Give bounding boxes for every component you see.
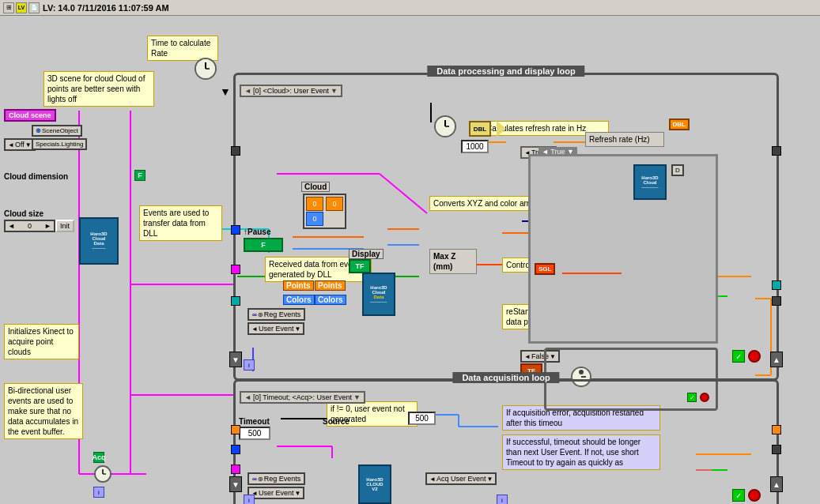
specials-lighting: Specials.Lighting (32, 138, 87, 150)
acq-terminal: Acq (93, 452, 104, 463)
case-struct-dp: ◄ True ▼ Haro3DCloud───── D SGL (528, 154, 718, 344)
cloud-size-label: Cloud size (4, 209, 43, 218)
dbl-indicator: DBL (669, 118, 690, 130)
display-tf[interactable]: TF (349, 259, 371, 273)
title-text: LV: 14.0 7/11/2016 11:07:59 AM (43, 3, 169, 13)
reg-events-da[interactable]: ∞ ⊛ Reg Events (248, 472, 305, 485)
pause-tf-dp[interactable]: F (244, 238, 283, 252)
sgl-ctrl: SGL (535, 263, 555, 275)
loop-tunnel-right-3 (772, 296, 781, 306)
bi-directional-comment: Bi-directional user events are used to m… (4, 383, 83, 439)
haro3d-cloud-vi-case[interactable]: Haro3DCloud───── (633, 164, 667, 200)
initializes-comment: Initializes Kinect to acquire point clou… (4, 324, 79, 359)
points-label: Points (283, 280, 314, 291)
num-500[interactable]: 500 (408, 412, 436, 425)
case-selector-dp[interactable]: ◄ True ▼ (538, 147, 577, 156)
3d-picture-indicator: D (671, 164, 684, 176)
down-arrow: ▼ (220, 85, 231, 98)
loop-tunnel-left-4 (231, 296, 240, 306)
file-icon: 📄 (28, 2, 40, 13)
cloud-scene-comment: 3D scene for cloud Cloud of points are b… (43, 71, 154, 107)
da-tunnel-left-3 (231, 465, 240, 474)
da-tunnel-left-1 (231, 425, 240, 434)
init-btn[interactable]: Init (55, 220, 74, 232)
svg-point-48 (579, 370, 584, 374)
loop-tunnel-left-2 (231, 225, 240, 235)
clock-icon-acq (194, 57, 217, 81)
dp-loop: Data processing and display loop ◄ [0] <… (233, 73, 779, 381)
cloud-dim-label: Cloud dimension (4, 172, 68, 181)
points-label-2: Points (315, 280, 346, 291)
cloud-size-ctrl[interactable]: ◄0► (4, 220, 55, 232)
acq-event-selector[interactable]: ◄ [0] Timeout; <Acq>: User Event ▼ (240, 391, 365, 404)
da-bottom-iter: i (93, 487, 104, 498)
scene-object: ⊛ SceneObject (32, 125, 82, 137)
colors-label-dp-2: Colors (315, 295, 346, 305)
cloud-data-block: 0 0 0 (303, 194, 346, 229)
loop-tunnel-right-1 (772, 146, 781, 156)
dp-loop-stop[interactable] (748, 350, 761, 363)
cloud-orange-1: 0 (306, 197, 323, 211)
f-terminal: F (134, 170, 145, 181)
num-1000[interactable]: 1000 (461, 140, 489, 153)
da-loop-stop[interactable] (748, 489, 761, 502)
display-label: Display (349, 249, 384, 259)
dbl-func: DBL (469, 121, 491, 137)
da-shift-right: ▲ (770, 476, 783, 492)
cloud-label: Cloud (301, 182, 330, 192)
shift-reg-right: ▲ (770, 352, 783, 367)
timeout-label: Timeout (239, 417, 270, 426)
da-loop: Data acquisition loop ◄ [0] Timeout; <Ac… (233, 379, 779, 504)
loop-tunnel-left-1 (231, 146, 240, 156)
timeout-val[interactable]: 500 (239, 427, 270, 440)
off-ctrl[interactable]: ◄ Off ▼ (4, 138, 36, 151)
da-seq-iter: i (497, 495, 508, 504)
da-tunnel-left-2 (231, 445, 240, 454)
window-icons: ⊞ LV 📄 (3, 2, 40, 13)
reg-events-dp[interactable]: ∞ ⊛ Reg Events (248, 308, 305, 321)
loop-tunnel-right-2 (772, 280, 781, 290)
lv-icon: LV (16, 2, 27, 13)
comp-triangle (497, 121, 506, 137)
da-shift-left: ▼ (229, 476, 242, 492)
cloud-event-selector[interactable]: ◄ [0] <Cloud>: User Event ▼ (240, 85, 342, 97)
user-event-dp[interactable]: ◄ User Event ▼ (248, 322, 304, 335)
cloud-blue-1: 0 (306, 212, 323, 226)
user-event-da[interactable]: ◄ User Event ▼ (248, 487, 304, 499)
app-icon: ⊞ (3, 2, 14, 13)
haro3d-vi-left[interactable]: Haro3DCloudData──── (79, 217, 119, 265)
haro3d-cloud-vi-dp[interactable]: Haro3DCloudData───── (362, 273, 395, 316)
da-tunnel-right-2 (772, 445, 781, 454)
cloud-scene-ctrl[interactable]: Cloud scene (4, 109, 56, 122)
da-loop-title: Data acquisition loop (452, 372, 559, 383)
da-tunnel-right-1 (772, 425, 781, 434)
acq-user-event[interactable]: ◄ Acq User Event ▼ (425, 472, 497, 485)
main-canvas: Time to calculate Rate 3D scene for clou… (0, 16, 820, 504)
loop-tunnel-left-3 (231, 265, 240, 274)
pause-label: ↑Pause (244, 228, 270, 236)
source-label: Source (323, 417, 350, 426)
da-loop-iter: i (244, 495, 255, 504)
title-bar: ⊞ LV 📄 LV: 14.0 7/11/2016 11:07:59 AM (0, 0, 820, 16)
colors-label-dp: Colors (283, 295, 315, 305)
da-loop-continue: ✓ (732, 489, 745, 502)
cloud-orange-2: 0 (326, 197, 343, 211)
shift-reg-left: ▼ (229, 352, 242, 367)
dp-loop-iter: i (244, 359, 255, 370)
clock-icon-dp (433, 115, 457, 138)
clock-icon-da (93, 465, 112, 483)
dp-loop-continue: ✓ (732, 350, 745, 363)
haro3d-cloud-vi-da[interactable]: Haro3DCLOUDV2 (358, 465, 391, 504)
events-comment: Events are used to transfer data from DL… (139, 205, 222, 241)
dp-loop-title: Data processing and display loop (427, 66, 584, 77)
